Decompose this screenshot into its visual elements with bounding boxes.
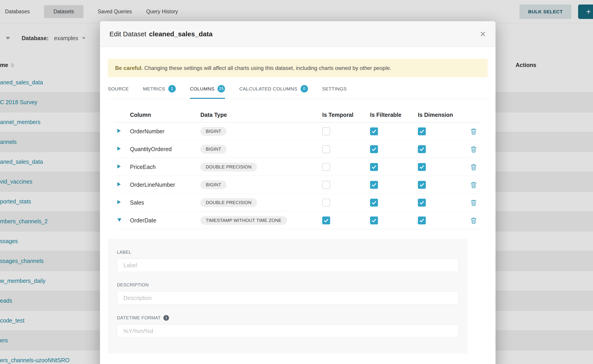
description-field: DESCRIPTION [117, 282, 459, 305]
modal-title-prefix: Edit Dataset [109, 30, 146, 38]
tab-settings[interactable]: SETTINGS [322, 85, 347, 99]
header-is-dimension: Is Dimension [418, 112, 466, 118]
column-type-badge: DOUBLE PRECISION [200, 198, 257, 207]
warning-banner-bold: Be careful. [115, 65, 143, 71]
label-field: LABEL [117, 250, 459, 272]
checkbox-is-dimension[interactable] [418, 181, 426, 189]
column-type-badge: BIGINT [200, 145, 227, 154]
column-row: PriceEachDOUBLE PRECISION [115, 158, 481, 176]
datetime-format-input[interactable] [117, 324, 459, 338]
delete-column-icon[interactable] [470, 199, 477, 206]
tab-calculated-columns[interactable]: CALCULATED COLUMNS0 [239, 85, 308, 99]
info-icon: i [163, 315, 169, 321]
tab-count-badge: 1 [168, 85, 176, 92]
tab-label: CALCULATED COLUMNS [239, 86, 297, 91]
description-field-label: DESCRIPTION [117, 282, 459, 287]
warning-banner-text: Changing these settings will affect all … [143, 65, 391, 71]
expand-caret-icon[interactable] [117, 129, 121, 133]
warning-banner: Be careful. Changing these settings will… [108, 59, 488, 77]
column-type-badge: BIGINT [200, 180, 227, 189]
checkbox-is-temporal[interactable] [322, 163, 330, 171]
delete-column-icon[interactable] [470, 128, 477, 135]
header-data-type: Data Type [200, 112, 322, 118]
modal-tabs: SOURCEMETRICS1COLUMNS25CALCULATED COLUMN… [108, 85, 488, 99]
column-name: OrderDate [130, 217, 156, 223]
tab-count-badge: 25 [217, 85, 225, 92]
expand-caret-icon[interactable] [117, 182, 121, 186]
label-input[interactable] [117, 259, 459, 272]
delete-column-icon[interactable] [470, 146, 477, 153]
column-detail-panel: LABEL DESCRIPTION DATETIME FORMAT i [108, 239, 468, 354]
expand-caret-icon[interactable] [117, 200, 121, 204]
checkbox-is-dimension[interactable] [418, 145, 426, 153]
checkbox-is-temporal[interactable] [322, 199, 330, 207]
checkbox-is-filterable[interactable] [370, 181, 378, 189]
checkbox-is-temporal[interactable] [322, 216, 330, 224]
delete-column-icon[interactable] [470, 181, 477, 188]
column-row: OrderLineNumberBIGINT [115, 176, 481, 194]
collapse-caret-icon[interactable] [117, 218, 121, 222]
column-row: OrderDateTIMESTAMP WITHOUT TIME ZONE [115, 212, 481, 229]
modal-title: Edit Datasetcleaned_sales_data [109, 30, 212, 38]
modal-header: Edit Datasetcleaned_sales_data ✕ [100, 21, 495, 47]
header-is-temporal: Is Temporal [322, 112, 370, 118]
modal-title-dataset-name: cleaned_sales_data [149, 30, 212, 38]
checkbox-is-filterable[interactable] [370, 163, 378, 171]
column-type-badge: BIGINT [200, 127, 227, 136]
description-input[interactable] [117, 291, 459, 305]
column-type-badge: TIMESTAMP WITHOUT TIME ZONE [200, 216, 287, 225]
tab-label: SETTINGS [322, 86, 347, 91]
checkbox-is-dimension[interactable] [418, 163, 426, 171]
checkbox-is-filterable[interactable] [370, 145, 378, 153]
checkbox-is-dimension[interactable] [418, 199, 426, 207]
column-name: OrderLineNumber [130, 182, 175, 188]
tab-metrics[interactable]: METRICS1 [143, 85, 176, 99]
tab-label: SOURCE [108, 86, 129, 91]
column-type-badge: DOUBLE PRECISION [200, 162, 257, 171]
checkbox-is-dimension[interactable] [418, 127, 426, 135]
column-row: OrderNumberBIGINT [115, 123, 481, 140]
columns-table: Column Data Type Is Temporal Is Filterab… [115, 99, 481, 229]
column-name: OrderNumber [130, 128, 165, 134]
checkbox-is-filterable[interactable] [370, 127, 378, 135]
datetime-format-field: DATETIME FORMAT i [117, 315, 459, 338]
label-field-label: LABEL [117, 250, 459, 255]
tab-label: METRICS [143, 86, 165, 91]
header-column: Column [126, 112, 200, 118]
checkbox-is-dimension[interactable] [418, 216, 426, 224]
datetime-format-field-label: DATETIME FORMAT i [117, 315, 459, 321]
expand-caret-icon[interactable] [117, 164, 121, 169]
close-icon[interactable]: ✕ [480, 30, 486, 38]
column-row: SalesDOUBLE PRECISION [115, 194, 481, 212]
header-is-filterable: Is Filterable [370, 112, 418, 118]
column-name: PriceEach [130, 164, 156, 170]
checkbox-is-temporal[interactable] [322, 145, 330, 153]
column-name: QuantityOrdered [130, 146, 172, 152]
checkbox-is-filterable[interactable] [370, 199, 378, 207]
checkbox-is-filterable[interactable] [370, 216, 378, 224]
delete-column-icon[interactable] [470, 217, 477, 224]
tab-label: COLUMNS [190, 86, 215, 91]
columns-table-header: Column Data Type Is Temporal Is Filterab… [115, 99, 481, 123]
expand-caret-icon[interactable] [117, 147, 121, 151]
datetime-format-label-text: DATETIME FORMAT [117, 315, 161, 320]
delete-column-icon[interactable] [470, 163, 477, 170]
column-row: QuantityOrderedBIGINT [115, 140, 481, 158]
columns-table-body: OrderNumberBIGINTQuantityOrderedBIGINTPr… [115, 123, 481, 229]
checkbox-is-temporal[interactable] [322, 127, 330, 135]
tab-columns[interactable]: COLUMNS25 [190, 85, 225, 99]
tab-count-badge: 0 [301, 85, 308, 92]
edit-dataset-modal: Edit Datasetcleaned_sales_data ✕ Be care… [100, 21, 495, 364]
checkbox-is-temporal[interactable] [322, 181, 330, 189]
tab-source[interactable]: SOURCE [108, 85, 129, 99]
column-name: Sales [130, 199, 144, 206]
